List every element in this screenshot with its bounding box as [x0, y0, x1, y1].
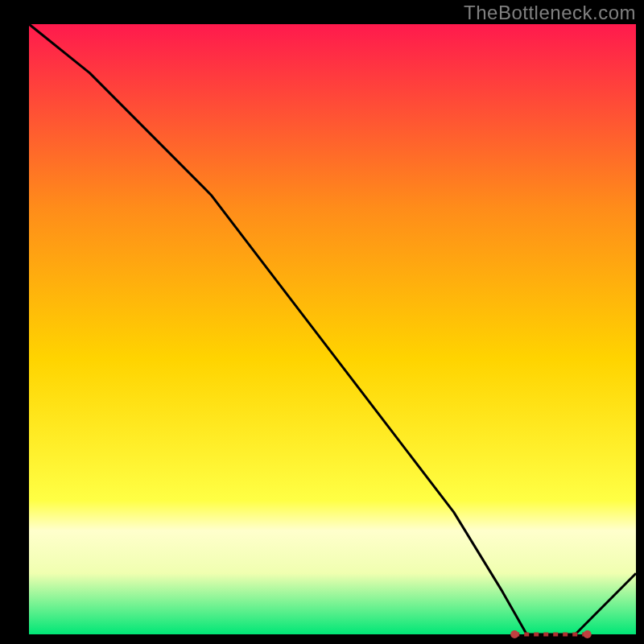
svg-point-1 [510, 630, 518, 638]
chart-container: TheBottleneck.com [0, 0, 644, 644]
watermark-text: TheBottleneck.com [464, 2, 636, 24]
plot-area [29, 24, 636, 634]
chart-svg [0, 0, 644, 644]
svg-point-2 [584, 630, 592, 638]
